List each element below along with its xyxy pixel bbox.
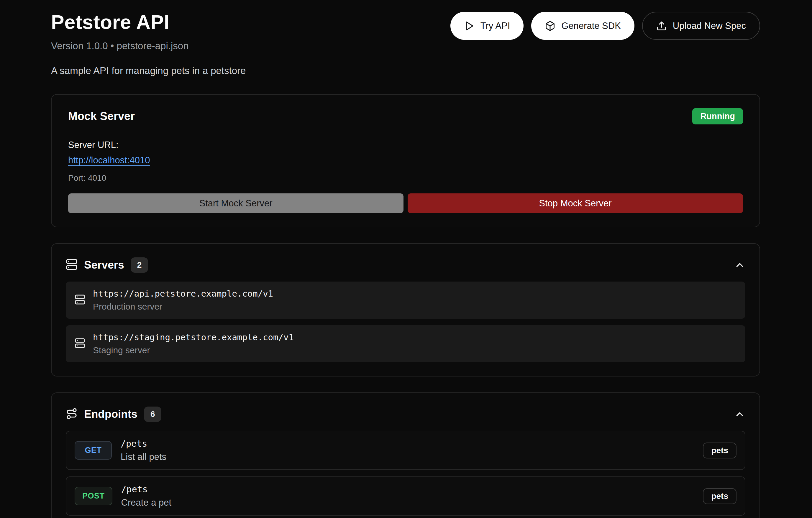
endpoint-path: /pets — [121, 438, 166, 449]
mock-server-title: Mock Server — [68, 110, 135, 123]
endpoints-section-header[interactable]: Endpoints 6 — [66, 406, 745, 422]
server-row-main: https://api.petstore.example.com/v1 Prod… — [93, 288, 273, 312]
servers-card: Servers 2 https://api.petstore.example.c… — [51, 243, 760, 376]
try-api-label: Try API — [481, 21, 510, 31]
try-api-button[interactable]: Try API — [451, 12, 524, 40]
server-row: https://api.petstore.example.com/v1 Prod… — [66, 281, 745, 319]
endpoint-path: /pets — [121, 484, 172, 494]
servers-list: https://api.petstore.example.com/v1 Prod… — [66, 281, 745, 362]
endpoint-main: /pets List all pets — [121, 438, 166, 462]
method-badge-get: GET — [75, 441, 112, 460]
endpoints-title: Endpoints — [84, 408, 138, 420]
upload-new-spec-label: Upload New Spec — [673, 21, 746, 31]
generate-sdk-label: Generate SDK — [561, 21, 621, 31]
upload-new-spec-button[interactable]: Upload New Spec — [642, 12, 760, 40]
endpoint-main: /pets Create a pet — [121, 484, 172, 508]
endpoints-list: GET /pets List all pets pets POST /pets … — [66, 431, 745, 518]
method-badge-post: POST — [75, 487, 112, 505]
endpoints-count-badge: 6 — [144, 406, 162, 422]
server-url: https://staging.petstore.example.com/v1 — [93, 332, 294, 342]
play-icon — [464, 21, 474, 31]
server-icon — [75, 338, 85, 349]
mock-server-actions: Start Mock Server Stop Mock Server — [68, 193, 743, 213]
status-badge: Running — [692, 108, 743, 124]
api-viewer-page: Petstore API Version 1.0.0 • petstore-ap… — [0, 0, 812, 518]
start-mock-server-button[interactable]: Start Mock Server — [68, 193, 404, 213]
package-icon — [545, 21, 555, 31]
server-row: https://staging.petstore.example.com/v1 … — [66, 325, 745, 362]
chevron-up-icon[interactable] — [734, 408, 745, 420]
server-url: https://api.petstore.example.com/v1 — [93, 288, 273, 299]
server-description: Staging server — [93, 345, 294, 355]
endpoint-summary: List all pets — [121, 452, 166, 462]
servers-count-badge: 2 — [130, 257, 148, 273]
servers-title: Servers — [84, 259, 124, 271]
route-icon — [66, 408, 78, 421]
upload-icon — [656, 21, 667, 31]
chevron-up-icon[interactable] — [734, 260, 745, 271]
api-description: A sample API for managing pets in a pets… — [51, 65, 246, 77]
server-url-label: Server URL: — [68, 140, 743, 150]
mock-server-header: Mock Server Running — [68, 108, 743, 124]
page-header: Petstore API Version 1.0.0 • petstore-ap… — [51, 10, 760, 77]
server-url-link[interactable]: http://localhost:4010 — [68, 155, 150, 166]
version-meta: Version 1.0.0 • petstore-api.json — [51, 40, 246, 52]
generate-sdk-button[interactable]: Generate SDK — [531, 12, 634, 40]
header-actions: Try API Generate SDK Upload New Spec — [451, 12, 760, 40]
mock-server-card: Mock Server Running Server URL: http://l… — [51, 94, 760, 227]
servers-section-header[interactable]: Servers 2 — [66, 257, 745, 273]
page-title: Petstore API — [51, 10, 246, 33]
title-block: Petstore API Version 1.0.0 • petstore-ap… — [51, 10, 246, 77]
server-description: Production server — [93, 302, 273, 312]
endpoint-summary: Create a pet — [121, 497, 172, 508]
server-row-main: https://staging.petstore.example.com/v1 … — [93, 332, 294, 355]
server-icon — [75, 294, 85, 306]
endpoints-card: Endpoints 6 GET /pets List all pets pets… — [51, 392, 760, 518]
endpoint-tag-badge: pets — [703, 443, 736, 458]
endpoint-row[interactable]: POST /pets Create a pet pets — [66, 477, 745, 516]
server-icon — [66, 258, 78, 272]
stop-mock-server-button[interactable]: Stop Mock Server — [408, 193, 743, 213]
endpoint-row[interactable]: GET /pets List all pets pets — [66, 431, 745, 470]
endpoint-tag-badge: pets — [703, 488, 736, 504]
port-label: Port: 4010 — [68, 173, 743, 183]
